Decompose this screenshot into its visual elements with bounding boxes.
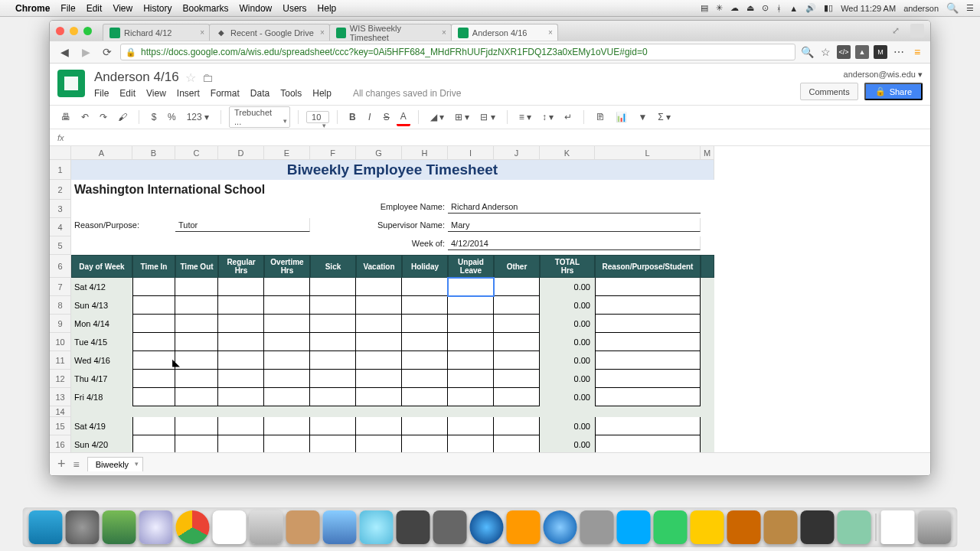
status-icon[interactable]: ✳ — [716, 3, 723, 13]
star-icon[interactable]: ☆ — [185, 70, 196, 85]
valign-icon[interactable]: ↕ ▾ — [538, 109, 557, 125]
dock-garageband-icon[interactable] — [764, 510, 798, 544]
font-select[interactable]: Trebuchet ... — [229, 106, 290, 128]
battery-icon[interactable]: ▮▯ — [824, 3, 833, 13]
account-email[interactable]: anderson@wis.edu ▾ — [844, 70, 923, 80]
menu-window[interactable]: Window — [240, 3, 273, 14]
share-button[interactable]: 🔒Share — [864, 83, 923, 100]
doc-title[interactable]: Anderson 4/16 — [94, 70, 179, 85]
dock-appstore-icon[interactable] — [544, 510, 577, 544]
zoom-window-button[interactable] — [83, 27, 92, 35]
dock-pages-icon[interactable] — [691, 510, 724, 544]
menu-app-name[interactable]: Chrome — [15, 3, 50, 14]
dock-iphoto-icon[interactable] — [727, 510, 761, 544]
fullscreen-icon[interactable]: ⤢ — [892, 25, 900, 36]
address-bar[interactable]: 🔒 https://docs.google.com/a/wis.edu/spre… — [120, 44, 795, 60]
dock-missioncontrol-icon[interactable] — [103, 510, 136, 544]
chrome-menu-icon[interactable]: ≡ — [910, 45, 924, 59]
clock[interactable]: Wed 11:29 AM — [841, 4, 896, 13]
docs-menu-format[interactable]: Format — [211, 88, 240, 99]
dock-ical-icon[interactable] — [213, 510, 247, 544]
percent-icon[interactable]: % — [164, 109, 180, 125]
menu-view[interactable]: View — [113, 3, 132, 14]
status-icon[interactable]: ▤ — [701, 3, 708, 13]
browser-tab[interactable]: WIS Biweekly Timesheet× — [329, 24, 452, 41]
number-format-icon[interactable]: 123 ▾ — [183, 109, 213, 125]
forward-button[interactable]: ▶ — [77, 44, 94, 60]
docs-menu-tools[interactable]: Tools — [280, 88, 302, 99]
dock-keynote-icon[interactable] — [617, 510, 651, 544]
dock-doc-icon[interactable] — [881, 510, 915, 544]
docs-menu-view[interactable]: View — [146, 88, 166, 99]
dock-settings-icon[interactable] — [580, 510, 614, 544]
all-sheets-button[interactable]: ≡ — [74, 458, 80, 471]
menu-edit[interactable]: Edit — [87, 3, 103, 14]
menu-history[interactable]: History — [143, 3, 172, 14]
chart-icon[interactable]: 📊 — [612, 109, 631, 125]
fill-color-icon[interactable]: ◢ ▾ — [426, 109, 448, 125]
undo-icon[interactable]: ↶ — [77, 109, 93, 125]
link-icon[interactable]: 🖹 — [592, 109, 609, 125]
extension-icon[interactable]: ▲ — [855, 45, 869, 59]
profile-icon[interactable] — [910, 24, 924, 37]
wifi-icon[interactable]: ▲ — [789, 4, 798, 13]
dock-preview-icon[interactable] — [838, 510, 871, 544]
volume-icon[interactable]: 🔊 — [805, 3, 816, 13]
zoom-icon[interactable]: 🔍 — [800, 45, 814, 59]
dock-imovie-icon[interactable] — [801, 510, 835, 544]
text-color-icon[interactable]: A — [397, 109, 410, 126]
bluetooth-icon[interactable]: ᚼ — [776, 4, 782, 13]
status-icon[interactable]: ⏏ — [746, 3, 754, 13]
status-icon[interactable]: ☁ — [730, 3, 739, 13]
dock-photobooth-icon[interactable] — [433, 510, 467, 544]
paint-format-icon[interactable]: 🖌 — [114, 109, 131, 125]
browser-tab[interactable]: ◆Recent - Google Drive× — [209, 24, 330, 41]
reload-button[interactable]: ⟳ — [99, 44, 116, 60]
menu-users[interactable]: Users — [283, 3, 306, 14]
user-menu[interactable]: anderson — [903, 4, 939, 13]
dock-finder-icon[interactable] — [29, 510, 63, 544]
back-button[interactable]: ◀ — [56, 44, 73, 60]
font-size-select[interactable]: 10 — [306, 111, 329, 123]
close-tab-icon[interactable]: × — [200, 28, 204, 37]
more-icon[interactable]: ⋯ — [892, 45, 906, 59]
docs-menu-edit[interactable]: Edit — [119, 88, 136, 99]
strikethrough-icon[interactable]: S — [380, 109, 394, 125]
menu-help[interactable]: Help — [318, 3, 337, 14]
dock-launchpad-icon[interactable] — [66, 510, 100, 544]
sheet-tab[interactable]: Biweekly — [87, 457, 143, 471]
borders-icon[interactable]: ⊞ ▾ — [451, 109, 473, 125]
dock-contacts-icon[interactable] — [286, 510, 320, 544]
add-sheet-button[interactable]: + — [57, 456, 66, 472]
sheets-logo[interactable] — [57, 70, 85, 97]
status-icon[interactable]: ⊙ — [762, 3, 769, 13]
notifications-icon[interactable]: ☰ — [966, 3, 974, 13]
filter-icon[interactable]: ▼ — [634, 109, 651, 125]
spreadsheet-grid[interactable]: ABCDEFGHIJKLM1Biweekly Employee Timeshee… — [50, 146, 930, 452]
menu-file[interactable]: File — [60, 3, 75, 14]
dock-facetime-icon[interactable] — [397, 510, 430, 544]
align-icon[interactable]: ≡ ▾ — [515, 109, 535, 125]
star-icon[interactable]: ☆ — [818, 45, 832, 59]
docs-menu-data[interactable]: Data — [250, 88, 270, 99]
merge-icon[interactable]: ⊟ ▾ — [476, 109, 498, 125]
dock-numbers-icon[interactable] — [654, 510, 688, 544]
italic-icon[interactable]: I — [363, 109, 377, 125]
menu-bookmarks[interactable]: Bookmarks — [183, 3, 229, 14]
dock-reminders-icon[interactable] — [250, 510, 283, 544]
dock-safari-icon[interactable] — [139, 510, 173, 544]
folder-icon[interactable]: 🗀 — [202, 71, 214, 84]
extension-icon[interactable]: </> — [837, 45, 851, 59]
docs-menu-help[interactable]: Help — [312, 88, 332, 99]
dock-trash-icon[interactable] — [918, 510, 952, 544]
formula-bar[interactable]: fx — [50, 129, 930, 146]
dock-messages-icon[interactable] — [360, 510, 394, 544]
functions-icon[interactable]: Σ ▾ — [654, 109, 675, 125]
redo-icon[interactable]: ↷ — [96, 109, 111, 125]
dock-itunes-icon[interactable] — [470, 510, 504, 544]
browser-tab[interactable]: Richard 4/12× — [103, 24, 210, 41]
dock-chrome-icon[interactable] — [176, 510, 210, 544]
dock-mail-icon[interactable] — [323, 510, 357, 544]
docs-menu-insert[interactable]: Insert — [177, 88, 200, 99]
bold-icon[interactable]: B — [345, 109, 360, 125]
